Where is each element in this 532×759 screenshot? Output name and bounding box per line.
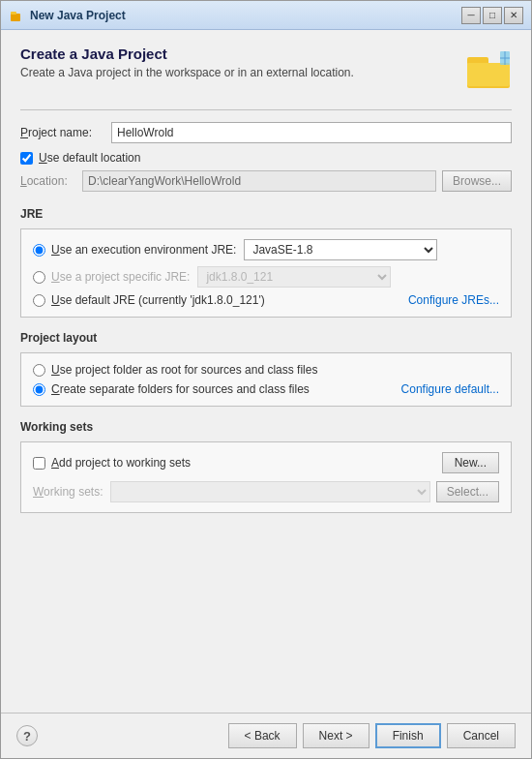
- jre-section-label: JRE: [20, 207, 512, 221]
- working-sets-label: Working sets:: [33, 485, 103, 499]
- add-to-working-sets-label[interactable]: Add project to working sets: [51, 456, 191, 470]
- bottom-bar: ? < Back Next > Finish Cancel: [1, 713, 531, 758]
- window-controls: ─ □ ✕: [461, 7, 523, 24]
- next-button[interactable]: Next >: [303, 723, 369, 748]
- jre-execution-env-radio[interactable]: [33, 244, 45, 257]
- jre-specific-label[interactable]: Use a project specific JRE:: [51, 270, 190, 284]
- location-row: Location: Browse...: [20, 170, 512, 192]
- jre-execution-env-label[interactable]: Use an execution environment JRE:: [51, 243, 236, 257]
- jre-option3-row: Use default JRE (currently 'jdk1.8.0_121…: [33, 293, 499, 307]
- page-header: Create a Java Project Create a Java proj…: [20, 46, 512, 92]
- layout-option1-row: Use project folder as root for sources a…: [33, 363, 499, 377]
- configure-default-link[interactable]: Configure default...: [401, 382, 499, 396]
- use-default-location-checkbox[interactable]: [20, 152, 33, 165]
- title-bar: New Java Project ─ □ ✕: [1, 1, 531, 30]
- content-spacer: [20, 513, 512, 697]
- location-label: Location:: [20, 174, 78, 188]
- jre-option2-row: Use a project specific JRE: jdk1.8.0_121: [33, 266, 499, 288]
- finish-button[interactable]: Finish: [375, 723, 441, 748]
- header-text: Create a Java Project Create a Java proj…: [20, 46, 465, 79]
- jre-section: Use an execution environment JRE: JavaSE…: [20, 228, 512, 318]
- header-folder-icon: [465, 46, 512, 92]
- svg-rect-1: [11, 12, 16, 15]
- project-layout-section: Use project folder as root for sources a…: [20, 352, 512, 407]
- jre-specific-select[interactable]: jdk1.8.0_121: [197, 266, 391, 288]
- dialog-window: New Java Project ─ □ ✕ Create a Java Pro…: [0, 0, 532, 759]
- working-sets-header: Working sets: [20, 420, 512, 434]
- window-title: New Java Project: [30, 9, 461, 22]
- layout-option2-row: Create separate folders for sources and …: [33, 382, 499, 396]
- working-sets-section: Working sets Add project to working sets…: [20, 420, 512, 513]
- maximize-button[interactable]: □: [483, 7, 502, 24]
- project-name-row: Project name:: [20, 122, 512, 143]
- jre-default-label[interactable]: Use default JRE (currently 'jdk1.8.0_121…: [51, 293, 265, 307]
- ws-checkbox-left: Add project to working sets: [33, 456, 191, 470]
- browse-button[interactable]: Browse...: [442, 170, 512, 192]
- layout-separate-folders-radio[interactable]: [33, 383, 45, 396]
- dialog-content: Create a Java Project Create a Java proj…: [1, 30, 531, 713]
- ws-checkbox-row: Add project to working sets New...: [33, 452, 499, 473]
- svg-rect-4: [467, 63, 510, 86]
- jre-default-radio[interactable]: [33, 294, 45, 307]
- configure-jres-link[interactable]: Configure JREs...: [408, 293, 499, 307]
- layout-project-folder-radio[interactable]: [33, 364, 45, 377]
- back-button[interactable]: < Back: [228, 723, 297, 748]
- help-button[interactable]: ?: [16, 725, 38, 746]
- project-name-label: Project name:: [20, 126, 107, 139]
- minimize-button[interactable]: ─: [461, 7, 481, 24]
- svg-rect-0: [11, 14, 20, 21]
- use-default-location-label[interactable]: Use default location: [39, 151, 140, 165]
- cancel-button[interactable]: Cancel: [447, 723, 516, 748]
- jre-env-select[interactable]: JavaSE-1.8 JavaSE-11 JavaSE-17: [244, 239, 437, 260]
- layout-separate-folders-label[interactable]: Create separate folders for sources and …: [51, 382, 310, 396]
- project-name-input[interactable]: [111, 122, 512, 143]
- header-divider: [20, 109, 512, 110]
- use-default-location-row: Use default location: [20, 151, 512, 165]
- working-sets-box: Add project to working sets New... Worki…: [20, 441, 512, 513]
- page-title: Create a Java Project: [20, 46, 465, 62]
- select-working-sets-button[interactable]: Select...: [436, 481, 499, 502]
- jre-specific-radio[interactable]: [33, 271, 45, 284]
- add-to-working-sets-checkbox[interactable]: [33, 457, 45, 470]
- project-layout-section-label: Project layout: [20, 331, 512, 345]
- page-subtitle: Create a Java project in the workspace o…: [20, 66, 465, 79]
- jre-option1-row: Use an execution environment JRE: JavaSE…: [33, 239, 499, 260]
- working-sets-select[interactable]: [110, 481, 429, 502]
- ws-input-row: Working sets: Select...: [33, 481, 499, 502]
- close-button[interactable]: ✕: [504, 7, 523, 24]
- window-icon: [9, 8, 24, 23]
- layout-project-folder-label[interactable]: Use project folder as root for sources a…: [51, 363, 317, 377]
- new-working-set-button[interactable]: New...: [442, 452, 499, 473]
- location-input[interactable]: [82, 170, 436, 192]
